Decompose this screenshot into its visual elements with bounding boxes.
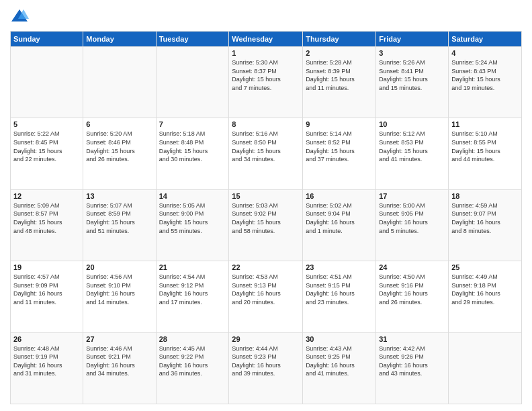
day-cell: 19Sunrise: 4:57 AM Sunset: 9:09 PM Dayli… <box>11 261 83 332</box>
day-number: 21 <box>159 263 226 271</box>
col-header-saturday: Saturday <box>449 32 522 47</box>
day-cell: 28Sunrise: 4:45 AM Sunset: 9:22 PM Dayli… <box>156 332 229 404</box>
logo-icon <box>10 7 29 26</box>
day-cell: 27Sunrise: 4:46 AM Sunset: 9:21 PM Dayli… <box>83 332 156 404</box>
day-info: Sunrise: 5:18 AM Sunset: 8:48 PM Dayligh… <box>159 130 226 163</box>
header-row: SundayMondayTuesdayWednesdayThursdayFrid… <box>11 32 522 47</box>
page: SundayMondayTuesdayWednesdayThursdayFrid… <box>0 0 532 411</box>
day-info: Sunrise: 4:56 AM Sunset: 9:10 PM Dayligh… <box>86 273 152 306</box>
day-info: Sunrise: 5:22 AM Sunset: 8:45 PM Dayligh… <box>13 130 80 163</box>
day-cell: 8Sunrise: 5:16 AM Sunset: 8:50 PM Daylig… <box>229 118 303 189</box>
day-number: 19 <box>13 263 80 271</box>
day-info: Sunrise: 4:57 AM Sunset: 9:09 PM Dayligh… <box>13 273 80 306</box>
day-cell: 25Sunrise: 4:49 AM Sunset: 9:18 PM Dayli… <box>449 261 522 332</box>
day-info: Sunrise: 4:43 AM Sunset: 9:25 PM Dayligh… <box>306 345 373 378</box>
day-cell <box>449 332 522 404</box>
day-info: Sunrise: 5:12 AM Sunset: 8:53 PM Dayligh… <box>379 130 445 163</box>
day-info: Sunrise: 5:03 AM Sunset: 9:02 PM Dayligh… <box>232 201 300 235</box>
day-info: Sunrise: 4:59 AM Sunset: 9:07 PM Dayligh… <box>451 201 519 235</box>
day-info: Sunrise: 4:44 AM Sunset: 9:23 PM Dayligh… <box>232 345 300 378</box>
week-row-2: 5Sunrise: 5:22 AM Sunset: 8:45 PM Daylig… <box>11 118 522 189</box>
day-cell: 23Sunrise: 4:51 AM Sunset: 9:15 PM Dayli… <box>303 261 376 332</box>
day-cell: 6Sunrise: 5:20 AM Sunset: 8:46 PM Daylig… <box>83 118 156 189</box>
day-number: 27 <box>86 335 152 343</box>
day-number: 16 <box>306 192 373 200</box>
day-info: Sunrise: 4:51 AM Sunset: 9:15 PM Dayligh… <box>306 273 373 306</box>
col-header-tuesday: Tuesday <box>156 32 229 47</box>
day-number: 6 <box>86 120 152 128</box>
day-cell <box>83 47 156 118</box>
day-cell: 3Sunrise: 5:26 AM Sunset: 8:41 PM Daylig… <box>376 47 449 118</box>
day-info: Sunrise: 5:14 AM Sunset: 8:52 PM Dayligh… <box>306 130 373 163</box>
day-number: 30 <box>306 335 373 343</box>
day-number: 8 <box>232 120 300 128</box>
day-cell: 18Sunrise: 4:59 AM Sunset: 9:07 PM Dayli… <box>449 189 522 261</box>
day-number: 10 <box>379 120 445 128</box>
day-number: 4 <box>451 49 519 57</box>
day-info: Sunrise: 5:07 AM Sunset: 8:59 PM Dayligh… <box>86 201 152 235</box>
day-cell: 26Sunrise: 4:48 AM Sunset: 9:19 PM Dayli… <box>11 332 83 404</box>
day-info: Sunrise: 4:48 AM Sunset: 9:19 PM Dayligh… <box>13 345 80 378</box>
day-cell: 20Sunrise: 4:56 AM Sunset: 9:10 PM Dayli… <box>83 261 156 332</box>
day-number: 26 <box>13 335 80 343</box>
day-number: 29 <box>232 335 300 343</box>
day-cell: 5Sunrise: 5:22 AM Sunset: 8:45 PM Daylig… <box>11 118 83 189</box>
col-header-monday: Monday <box>83 32 156 47</box>
day-info: Sunrise: 5:26 AM Sunset: 8:41 PM Dayligh… <box>379 58 445 92</box>
day-info: Sunrise: 4:46 AM Sunset: 9:21 PM Dayligh… <box>86 345 152 378</box>
day-cell: 9Sunrise: 5:14 AM Sunset: 8:52 PM Daylig… <box>303 118 376 189</box>
col-header-sunday: Sunday <box>11 32 83 47</box>
week-row-5: 26Sunrise: 4:48 AM Sunset: 9:19 PM Dayli… <box>11 332 522 404</box>
col-header-thursday: Thursday <box>303 32 376 47</box>
day-info: Sunrise: 4:50 AM Sunset: 9:16 PM Dayligh… <box>379 273 445 306</box>
day-number: 18 <box>451 192 519 200</box>
day-number: 22 <box>232 263 300 271</box>
week-row-1: 1Sunrise: 5:30 AM Sunset: 8:37 PM Daylig… <box>11 47 522 118</box>
day-cell: 14Sunrise: 5:05 AM Sunset: 9:00 PM Dayli… <box>156 189 229 261</box>
day-number: 28 <box>159 335 226 343</box>
day-number: 13 <box>86 192 152 200</box>
header <box>10 7 522 26</box>
day-info: Sunrise: 4:49 AM Sunset: 9:18 PM Dayligh… <box>451 273 519 306</box>
col-header-friday: Friday <box>376 32 449 47</box>
day-info: Sunrise: 4:53 AM Sunset: 9:13 PM Dayligh… <box>232 273 300 306</box>
day-cell: 22Sunrise: 4:53 AM Sunset: 9:13 PM Dayli… <box>229 261 303 332</box>
day-number: 20 <box>86 263 152 271</box>
day-cell: 31Sunrise: 4:42 AM Sunset: 9:26 PM Dayli… <box>376 332 449 404</box>
day-cell: 15Sunrise: 5:03 AM Sunset: 9:02 PM Dayli… <box>229 189 303 261</box>
day-info: Sunrise: 5:16 AM Sunset: 8:50 PM Dayligh… <box>232 130 300 163</box>
day-cell <box>11 47 83 118</box>
day-cell: 13Sunrise: 5:07 AM Sunset: 8:59 PM Dayli… <box>83 189 156 261</box>
calendar-table: SundayMondayTuesdayWednesdayThursdayFrid… <box>10 31 522 404</box>
day-number: 2 <box>306 49 373 57</box>
day-number: 1 <box>232 49 300 57</box>
day-number: 9 <box>306 120 373 128</box>
day-number: 24 <box>379 263 445 271</box>
day-cell: 30Sunrise: 4:43 AM Sunset: 9:25 PM Dayli… <box>303 332 376 404</box>
day-cell <box>156 47 229 118</box>
day-number: 15 <box>232 192 300 200</box>
day-info: Sunrise: 5:28 AM Sunset: 8:39 PM Dayligh… <box>306 58 373 92</box>
day-info: Sunrise: 5:24 AM Sunset: 8:43 PM Dayligh… <box>451 58 519 92</box>
day-info: Sunrise: 5:30 AM Sunset: 8:37 PM Dayligh… <box>232 58 300 92</box>
day-cell: 1Sunrise: 5:30 AM Sunset: 8:37 PM Daylig… <box>229 47 303 118</box>
day-cell: 12Sunrise: 5:09 AM Sunset: 8:57 PM Dayli… <box>11 189 83 261</box>
day-info: Sunrise: 5:05 AM Sunset: 9:00 PM Dayligh… <box>159 201 226 235</box>
day-number: 11 <box>451 120 519 128</box>
logo <box>10 7 32 26</box>
day-info: Sunrise: 5:10 AM Sunset: 8:55 PM Dayligh… <box>451 130 519 163</box>
day-cell: 4Sunrise: 5:24 AM Sunset: 8:43 PM Daylig… <box>449 47 522 118</box>
day-number: 31 <box>379 335 445 343</box>
day-cell: 10Sunrise: 5:12 AM Sunset: 8:53 PM Dayli… <box>376 118 449 189</box>
day-number: 25 <box>451 263 519 271</box>
day-number: 17 <box>379 192 445 200</box>
day-cell: 16Sunrise: 5:02 AM Sunset: 9:04 PM Dayli… <box>303 189 376 261</box>
day-cell: 17Sunrise: 5:00 AM Sunset: 9:05 PM Dayli… <box>376 189 449 261</box>
day-info: Sunrise: 5:09 AM Sunset: 8:57 PM Dayligh… <box>13 201 80 235</box>
day-cell: 7Sunrise: 5:18 AM Sunset: 8:48 PM Daylig… <box>156 118 229 189</box>
day-number: 3 <box>379 49 445 57</box>
day-number: 7 <box>159 120 226 128</box>
day-info: Sunrise: 4:54 AM Sunset: 9:12 PM Dayligh… <box>159 273 226 306</box>
day-cell: 29Sunrise: 4:44 AM Sunset: 9:23 PM Dayli… <box>229 332 303 404</box>
day-number: 23 <box>306 263 373 271</box>
